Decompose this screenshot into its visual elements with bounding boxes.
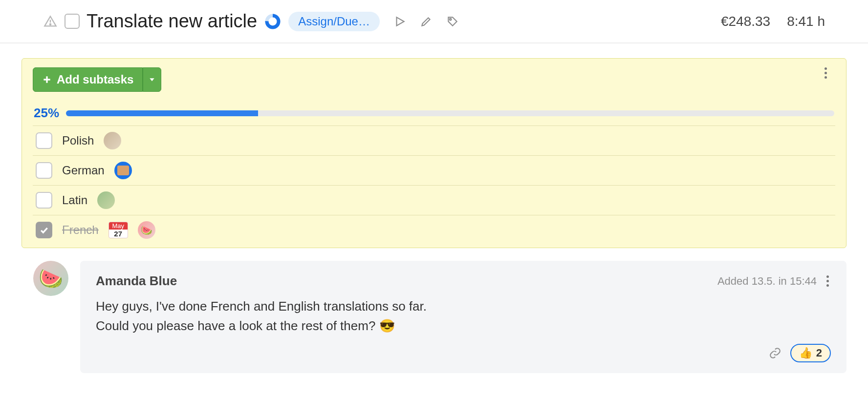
subtask-panel: Add subtasks 25% PolishGermanLatinFrench… (22, 58, 846, 248)
reaction-thumbs-up[interactable]: 👍 2 (790, 344, 831, 362)
assignee-avatar[interactable] (138, 221, 155, 239)
assignee-avatar[interactable] (104, 132, 121, 149)
add-subtask-button[interactable]: Add subtasks (33, 67, 143, 92)
subtask-row[interactable]: Latin (33, 185, 835, 215)
link-icon[interactable] (769, 347, 781, 359)
play-icon[interactable] (387, 15, 406, 28)
svg-point-1 (50, 23, 51, 24)
panel-more-button[interactable] (823, 65, 836, 79)
add-subtask-label: Add subtasks (57, 73, 133, 86)
svg-marker-8 (150, 78, 154, 81)
warning-icon[interactable] (43, 15, 58, 28)
comment-avatar: 🍉 (33, 261, 68, 296)
subtask-list: PolishGermanLatinFrenchMay27 (33, 126, 835, 245)
comment-line: Hey guys, I've done French and English t… (96, 296, 831, 316)
add-subtask-dropdown[interactable] (143, 67, 161, 92)
comment-timestamp: Added 13.5. in 15:44 (717, 275, 817, 288)
assignee-avatar[interactable] (114, 162, 132, 179)
subtask-checkbox[interactable] (36, 222, 52, 238)
comment-author: Amanda Blue (96, 273, 177, 289)
tag-icon[interactable] (439, 15, 459, 28)
thumbs-up-icon: 👍 (799, 347, 812, 359)
task-checkbox[interactable] (65, 14, 80, 29)
subtask-row[interactable]: German (33, 155, 835, 185)
subtask-label: Polish (62, 134, 94, 147)
task-cost: €248.33 (721, 14, 770, 29)
task-title: Translate new article (87, 11, 257, 32)
assign-due-button[interactable]: Assign/Due… (288, 12, 380, 31)
svg-point-5 (450, 18, 451, 20)
subtask-checkbox[interactable] (36, 162, 52, 179)
edit-icon[interactable] (413, 15, 433, 28)
subtask-label: French (62, 223, 99, 237)
subtask-row[interactable]: FrenchMay27 (33, 215, 835, 245)
subtask-label: Latin (62, 193, 87, 207)
assignee-avatar[interactable] (97, 191, 115, 209)
comment-box: Amanda Blue Added 13.5. in 15:44 Hey guy… (80, 261, 846, 373)
comment-line: Could you please have a look at the rest… (96, 316, 831, 336)
task-header: Translate new article Assign/Due… (0, 0, 868, 43)
comment-more-button[interactable] (825, 273, 831, 289)
subtask-checkbox[interactable] (36, 132, 52, 149)
progress-percent: 25% (34, 105, 59, 121)
due-date-badge[interactable]: May27 (108, 222, 128, 238)
progress-donut-icon (264, 13, 282, 30)
subtask-label: German (62, 164, 105, 177)
task-time: 8:41 h (787, 14, 825, 29)
reaction-count: 2 (816, 347, 822, 359)
subtask-checkbox[interactable] (36, 192, 52, 209)
subtask-row[interactable]: Polish (33, 126, 835, 155)
svg-marker-4 (396, 17, 404, 25)
progress-bar (66, 110, 834, 116)
